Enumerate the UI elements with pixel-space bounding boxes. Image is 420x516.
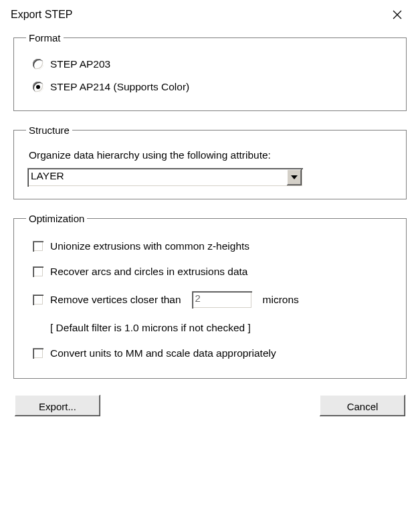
svg-marker-2	[291, 175, 298, 179]
export-button[interactable]: Export...	[15, 395, 100, 416]
format-ap214-option[interactable]: STEP AP214 (Supports Color)	[26, 76, 394, 98]
structure-attribute-select[interactable]: LAYER	[27, 168, 303, 187]
close-button[interactable]	[384, 5, 411, 24]
convert-units-option[interactable]: Convert units to MM and scale data appro…	[26, 341, 394, 366]
dropdown-button[interactable]	[287, 169, 302, 185]
radio-icon	[33, 59, 43, 70]
titlebar: Export STEP	[0, 0, 420, 29]
optimization-legend: Optimization	[26, 213, 87, 224]
format-ap203-label: STEP AP203	[50, 58, 110, 70]
unionize-label: Unionize extrusions with common z-height…	[50, 240, 249, 252]
window-title: Export STEP	[9, 9, 72, 21]
dialog-buttons: Export... Cancel	[13, 392, 407, 416]
checkbox-icon	[33, 348, 43, 359]
remove-vertices-label: Remove vertices closer than	[50, 294, 181, 306]
radio-icon	[33, 82, 43, 92]
chevron-down-icon	[291, 175, 298, 179]
filter-hint: [ Default filter is 1.0 microns if not c…	[26, 315, 394, 341]
format-legend: Format	[26, 32, 64, 44]
unionize-option[interactable]: Unionize extrusions with common z-height…	[26, 234, 394, 259]
checkbox-icon	[33, 241, 43, 252]
remove-vertices-option[interactable]: Remove vertices closer than 2 microns	[26, 284, 394, 315]
checkbox-icon	[33, 294, 43, 305]
vertex-distance-input[interactable]: 2	[192, 291, 252, 309]
checkbox-icon	[33, 266, 43, 277]
vertex-distance-unit: microns	[263, 294, 299, 306]
cancel-button[interactable]: Cancel	[320, 395, 405, 416]
format-ap203-option[interactable]: STEP AP203	[26, 53, 394, 76]
structure-legend: Structure	[26, 124, 72, 136]
recover-arcs-label: Recover arcs and circles in extrusions d…	[50, 266, 248, 278]
export-step-dialog: Export STEP Format STEP AP203 STEP AP214…	[0, 0, 420, 516]
structure-attribute-value: LAYER	[27, 168, 286, 187]
close-icon	[393, 10, 402, 19]
dialog-body: Format STEP AP203 STEP AP214 (Supports C…	[0, 29, 420, 416]
format-ap214-label: STEP AP214 (Supports Color)	[50, 81, 189, 93]
structure-group: Structure Organize data hierarchy using …	[13, 124, 407, 199]
optimization-group: Optimization Unionize extrusions with co…	[13, 213, 407, 379]
convert-units-label: Convert units to MM and scale data appro…	[50, 347, 276, 359]
structure-label: Organize data hierarchy using the follow…	[26, 145, 394, 168]
format-group: Format STEP AP203 STEP AP214 (Supports C…	[13, 32, 407, 111]
recover-arcs-option[interactable]: Recover arcs and circles in extrusions d…	[26, 259, 394, 284]
